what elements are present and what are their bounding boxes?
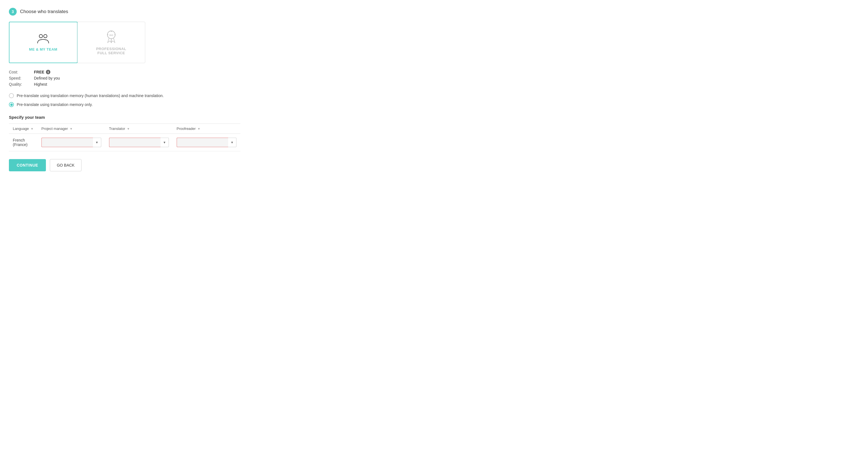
proofreader-dropdown[interactable]: ▼	[177, 138, 237, 147]
card-label-me-my-team: ME & MY TEAM	[29, 47, 57, 52]
filter-icon-proofreader: ▼	[197, 127, 200, 130]
table-row: French (France) ▼ ▼	[9, 134, 240, 151]
cell-translator: ▼	[105, 134, 173, 151]
col-header-proofreader: Proofreader ▼	[173, 124, 240, 134]
svg-text:ISO: ISO	[109, 34, 113, 36]
cards-row: ME & MY TEAM ISO ★ ★ ★	[9, 22, 145, 63]
translator-input[interactable]	[109, 138, 160, 147]
team-section: Specify your team Language ▼ Project man…	[9, 115, 219, 151]
speed-label: Speed:	[9, 76, 34, 80]
cost-value: FREE ℹ	[34, 70, 50, 74]
step-title: Choose who translates	[20, 9, 68, 14]
radio-inner-memory-only	[10, 103, 13, 106]
buttons-row: CONTINUE GO BACK	[9, 159, 219, 171]
svg-point-0	[39, 34, 42, 38]
svg-text:★: ★	[114, 34, 116, 36]
radio-outer-memory-only[interactable]	[9, 102, 14, 107]
col-header-project-manager: Project manager ▼	[37, 124, 105, 134]
cell-project-manager: ▼	[37, 134, 105, 151]
radio-option-memory-only[interactable]: Pre-translate using translation memory o…	[9, 102, 219, 107]
project-manager-dropdown[interactable]: ▼	[41, 138, 101, 147]
proofreader-arrow[interactable]: ▼	[228, 138, 237, 147]
info-cost-row: Cost: FREE ℹ	[9, 70, 219, 74]
step-header: 3 Choose who translates	[9, 8, 219, 15]
team-icon	[36, 34, 50, 44]
radio-section: Pre-translate using translation memory (…	[9, 93, 219, 107]
card-label-professional: PROFESSIONALFULL SERVICE	[96, 47, 126, 55]
translator-arrow[interactable]: ▼	[160, 138, 169, 147]
table-header-row: Language ▼ Project manager ▼ Translator	[9, 124, 240, 134]
info-section: Cost: FREE ℹ Speed: Defined by you Quali…	[9, 70, 219, 87]
continue-button[interactable]: CONTINUE	[9, 159, 46, 171]
cell-language: French (France)	[9, 134, 37, 151]
radio-label-memory-only: Pre-translate using translation memory o…	[17, 102, 93, 107]
col-header-language: Language ▼	[9, 124, 37, 134]
project-manager-arrow[interactable]: ▼	[93, 138, 101, 147]
radio-label-all: Pre-translate using translation memory (…	[17, 93, 163, 98]
info-quality-row: Quality: Highest	[9, 82, 219, 87]
quality-value: Highest	[34, 82, 47, 87]
info-icon[interactable]: ℹ	[46, 70, 50, 74]
cost-label: Cost:	[9, 70, 34, 74]
proofreader-input[interactable]	[177, 138, 228, 147]
team-title: Specify your team	[9, 115, 219, 120]
quality-label: Quality:	[9, 82, 34, 87]
team-table: Language ▼ Project manager ▼ Translator	[9, 124, 240, 151]
translator-dropdown[interactable]: ▼	[109, 138, 169, 147]
svg-point-1	[44, 34, 47, 38]
radio-outer-all[interactable]	[9, 93, 14, 98]
cell-proofreader: ▼	[173, 134, 240, 151]
svg-text:★: ★	[107, 34, 108, 36]
speed-value: Defined by you	[34, 76, 60, 80]
page-container: 3 Choose who translates ME & MY TEAM	[0, 0, 228, 179]
info-speed-row: Speed: Defined by you	[9, 76, 219, 80]
step-badge: 3	[9, 8, 17, 15]
cost-text: FREE	[34, 70, 44, 74]
col-header-translator: Translator ▼	[105, 124, 173, 134]
project-manager-input[interactable]	[41, 138, 93, 147]
go-back-button[interactable]: GO BACK	[50, 159, 82, 171]
svg-text:★: ★	[111, 30, 112, 32]
filter-icon-translator: ▼	[127, 127, 130, 130]
radio-option-all[interactable]: Pre-translate using translation memory (…	[9, 93, 219, 98]
filter-icon-project-manager: ▼	[69, 127, 72, 130]
award-icon: ISO ★ ★ ★	[105, 30, 117, 44]
filter-icon-language: ▼	[31, 127, 34, 130]
option-card-me-my-team[interactable]: ME & MY TEAM	[9, 22, 78, 63]
option-card-professional[interactable]: ISO ★ ★ ★ PROFESSIONALFULL SERVICE	[78, 22, 145, 63]
